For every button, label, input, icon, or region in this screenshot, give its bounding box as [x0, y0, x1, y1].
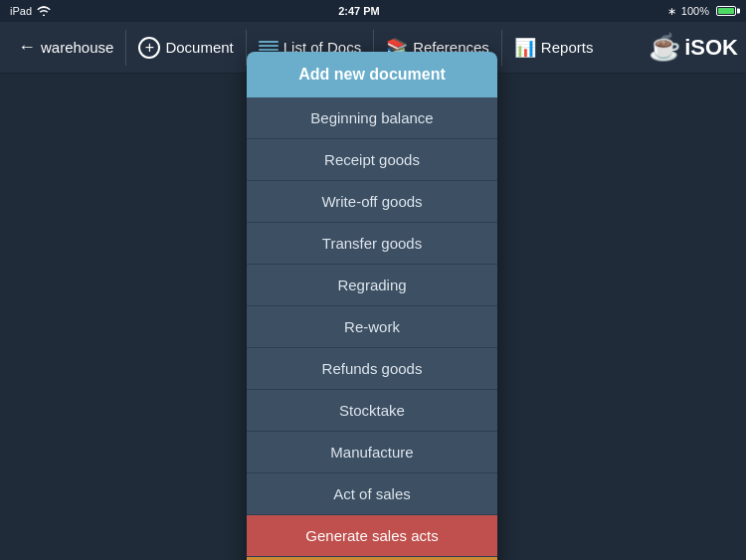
- back-label: warehouse: [41, 39, 113, 56]
- add-document-button[interactable]: + Document: [128, 31, 243, 65]
- status-left: iPad: [10, 5, 51, 17]
- status-time: 2:47 PM: [338, 5, 380, 17]
- menu-item-refunds-goods[interactable]: Refunds goods: [247, 348, 497, 390]
- reports-icon: 📊: [514, 37, 536, 59]
- logo-cup-icon: ☕: [649, 32, 680, 63]
- menu-item-act-of-sales[interactable]: Act of sales: [247, 473, 497, 515]
- plus-icon: +: [138, 37, 160, 59]
- add-document-dropdown: Add new document Beginning balance Recei…: [247, 52, 497, 560]
- device-label: iPad: [10, 5, 32, 17]
- status-right: ∗ 100%: [667, 5, 736, 18]
- menu-item-manufacture[interactable]: Manufacture: [247, 432, 497, 473]
- menu-item-stocktake[interactable]: Stocktake: [247, 390, 497, 432]
- nav-divider-1: [125, 30, 126, 66]
- dropdown-header: Add new document: [247, 52, 497, 97]
- menu-item-write-off-goods[interactable]: Write-off goods: [247, 181, 497, 223]
- menu-item-beginning-balance[interactable]: Beginning balance: [247, 97, 497, 139]
- menu-item-regrading[interactable]: Regrading: [247, 265, 497, 306]
- menu-item-re-work[interactable]: Re-work: [247, 306, 497, 348]
- menu-item-receipt-goods[interactable]: Receipt goods: [247, 139, 497, 181]
- generate-sales-acts-button[interactable]: Generate sales acts: [247, 515, 497, 557]
- app-logo: ☕ iSOK: [649, 32, 738, 63]
- back-button[interactable]: ← warehouse: [8, 31, 123, 64]
- add-document-label: Document: [165, 39, 233, 56]
- battery-fill: [718, 8, 734, 14]
- back-arrow-icon: ←: [18, 37, 36, 58]
- menu-item-transfer-goods[interactable]: Transfer goods: [247, 223, 497, 265]
- bluetooth-icon: ∗: [667, 5, 676, 18]
- reports-label: Reports: [541, 39, 594, 56]
- battery-icon: [716, 6, 736, 16]
- reports-button[interactable]: 📊 Reports: [504, 31, 604, 65]
- battery-percent: 100%: [681, 5, 709, 17]
- logo-text: iSOK: [684, 35, 738, 61]
- wifi-icon: [37, 6, 51, 16]
- status-bar: iPad 2:47 PM ∗ 100%: [0, 0, 746, 22]
- nav-divider-4: [501, 30, 502, 66]
